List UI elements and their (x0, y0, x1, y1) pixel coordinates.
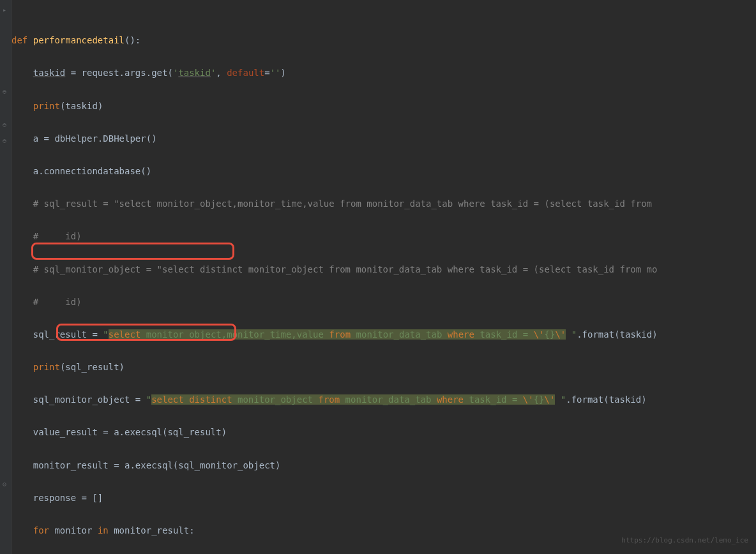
code-editor[interactable]: ▸ ⊖ ⊖ ⊖ ⊖ def performancedetail(): taski… (0, 0, 756, 554)
code-line: monitor_result = a.execsql(sql_monitor_o… (11, 458, 658, 474)
code-line: taskid = request.args.get('taskid', defa… (11, 65, 658, 82)
fold-icon[interactable]: ⊖ (3, 133, 9, 139)
code-line: a = dbHelper.DBHelper() (11, 131, 658, 147)
code-line: def performancedetail(): (11, 33, 658, 49)
watermark: https://blog.csdn.net/lemo_ice (621, 532, 748, 549)
code-line: for monitor in monitor_result: (11, 523, 658, 539)
code-line: print(sql_result) (11, 359, 658, 376)
code-line: a.connectiondatabase() (11, 163, 658, 180)
fold-icon[interactable]: ▸ (3, 2, 9, 8)
gutter: ▸ ⊖ ⊖ ⊖ ⊖ (0, 0, 11, 554)
code-line: # id) (11, 294, 658, 311)
code-line: # sql_monitor_object = "select distinct … (11, 262, 658, 278)
fold-icon[interactable]: ⊖ (3, 476, 9, 483)
fold-icon[interactable]: ⊖ (3, 117, 9, 123)
code-area[interactable]: def performancedetail(): taskid = reques… (11, 0, 658, 554)
fold-icon[interactable]: ⊖ (3, 84, 9, 90)
code-line: sql_result = "select monitor_object,moni… (11, 327, 658, 343)
code-line: # id) (11, 228, 658, 245)
code-line: response = [] (11, 490, 658, 507)
highlight-box-1 (31, 243, 234, 260)
code-line: sql_monitor_object = "select distinct mo… (11, 392, 658, 408)
code-line: value_result = a.execsql(sql_result) (11, 424, 658, 441)
code-line: # sql_result = "select monitor_object,mo… (11, 196, 658, 213)
code-line: print(taskid) (11, 98, 658, 115)
